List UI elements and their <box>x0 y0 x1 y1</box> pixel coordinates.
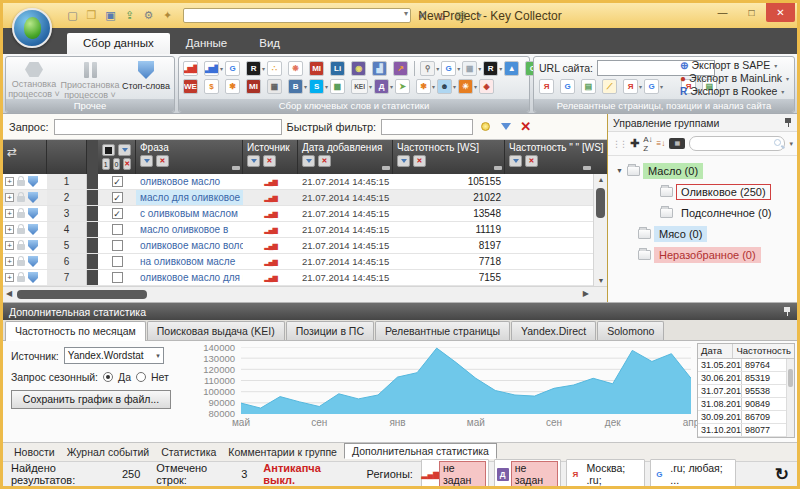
region-badge[interactable]: ▂▄▆ не задан <box>421 459 489 489</box>
service-icon[interactable]: Li ▾ <box>330 61 350 76</box>
date-clear-icon[interactable] <box>318 155 331 167</box>
service-icon[interactable]: ▦ ▾ <box>267 79 287 94</box>
service-icon[interactable]: ▤ ▾ <box>581 79 601 94</box>
phrase-cell[interactable]: оливковое масло волосы <box>136 238 243 253</box>
tree-item[interactable]: ▼ Неразобранное (0) <box>608 244 797 265</box>
service-icon[interactable]: MI ▾ <box>246 79 266 94</box>
service-icon[interactable]: ▦ ▾ <box>462 61 482 76</box>
column-pin-icon[interactable] <box>232 166 240 170</box>
service-icon[interactable]: G ▾ <box>225 61 245 76</box>
service-icon[interactable]: ↗ ▾ <box>393 61 413 76</box>
row-checkbox[interactable] <box>112 272 123 283</box>
scroll-down-icon[interactable]: ▼ <box>594 277 608 284</box>
service-icon[interactable]: ☀ ▾ <box>458 79 478 94</box>
service-icon[interactable]: MI ▾ <box>309 61 329 76</box>
table-row[interactable]: 3 с оливковым маслом 21.07.2014 14:45:15… <box>3 206 593 222</box>
stopword-shield-icon[interactable] <box>28 176 38 187</box>
expand-row-icon[interactable] <box>5 177 14 186</box>
header-phrase[interactable]: Фраза <box>136 140 243 174</box>
table-row[interactable]: 5 оливковое масло волосы 21.07.2014 14:4… <box>3 238 593 254</box>
service-icon[interactable]: R ▾ <box>483 61 503 76</box>
ribbon-big-button[interactable]: Приостановкапроцессов ˅ <box>62 57 118 99</box>
service-icon[interactable]: Я ▾ <box>539 79 559 94</box>
scroll-right-icon[interactable]: ▶ <box>583 289 589 298</box>
service-icon[interactable]: R ▾ <box>246 61 266 76</box>
stats-tab[interactable]: Релевантные страницы <box>375 321 510 340</box>
header-frequency-ws[interactable]: Частотность [WS] <box>393 140 505 174</box>
row-checkbox[interactable] <box>112 176 123 187</box>
phrase-cell[interactable]: оливковое масло <box>136 174 243 189</box>
wand-icon[interactable]: ✦ <box>160 8 175 23</box>
expand-row-icon[interactable] <box>5 257 14 266</box>
service-icon[interactable]: ▟ ▾ <box>372 61 392 76</box>
service-icon[interactable]: B ▾ <box>288 79 308 94</box>
ribbon-big-button[interactable]: Стоп-слова <box>118 57 174 99</box>
search-suggest-icon[interactable] <box>478 119 493 134</box>
service-icon[interactable]: ▾ <box>414 61 415 76</box>
region-badge[interactable]: Д не задан <box>494 459 562 489</box>
sort-color-icon[interactable]: ≡↓ <box>657 139 666 148</box>
save-chart-button[interactable]: Сохранить график в файл... <box>11 390 171 409</box>
panel-more-icon[interactable]: ▾ <box>789 140 793 148</box>
phrase-filter-icon[interactable] <box>140 155 153 167</box>
header-check-column[interactable] <box>98 140 136 174</box>
toolbar-options-icon[interactable]: ▾ <box>472 8 487 23</box>
table-header-frequency[interactable]: Частотность <box>733 344 794 358</box>
service-icon[interactable]: ⚲ ▾ <box>420 61 440 76</box>
tree-item[interactable]: ▼ Подсолнечное (0) <box>608 202 797 223</box>
stats-tab[interactable]: Частотность по месяцам <box>5 321 146 341</box>
tree-item-label[interactable]: Неразобранное (0) <box>654 247 761 263</box>
stats-pin-icon[interactable] <box>783 307 791 317</box>
ws2-filter-icon[interactable] <box>509 155 522 167</box>
open-project-icon[interactable]: ❒ <box>84 8 99 23</box>
captcha-icon[interactable]: ☺ <box>434 8 449 23</box>
stopword-shield-icon[interactable] <box>28 272 38 283</box>
service-icon[interactable]: ⟋ ▾ <box>602 79 622 94</box>
tree-expander-icon[interactable]: ▼ <box>616 167 624 174</box>
key-collector-logo-button[interactable] <box>12 8 52 48</box>
export-link[interactable]: ● Экспорт в MainLink ▾ <box>680 72 790 84</box>
table-scrollbar[interactable] <box>786 359 794 437</box>
service-icon[interactable]: KEI ▾ <box>351 79 373 94</box>
phrase-cell[interactable]: с оливковым маслом <box>136 206 243 221</box>
scroll-up-icon[interactable]: ▲ <box>594 176 608 183</box>
export-link[interactable]: ⊕ Экспорт в SAPE ▾ <box>680 59 790 71</box>
expand-row-icon[interactable] <box>5 273 14 282</box>
ribbon-tab[interactable]: Данные <box>170 33 244 54</box>
stopword-shield-icon[interactable] <box>28 256 38 267</box>
stopword-shield-icon[interactable] <box>28 192 38 203</box>
new-project-icon[interactable]: ▢ <box>65 8 80 23</box>
service-icon[interactable]: G ▾ <box>441 61 461 76</box>
ws-clear-icon[interactable] <box>413 155 426 167</box>
group-search-input[interactable] <box>689 136 785 151</box>
horizontal-scroll-thumb[interactable] <box>17 290 147 299</box>
stopword-shield-icon[interactable] <box>28 240 38 251</box>
select-all-icon[interactable] <box>102 144 115 156</box>
ws-filter-icon[interactable] <box>397 155 410 167</box>
column-pin-icon[interactable] <box>583 166 591 170</box>
table-scroll-thumb[interactable] <box>788 369 793 387</box>
header-tools-column[interactable] <box>3 140 47 174</box>
service-icon[interactable]: Я ▾ <box>623 79 643 94</box>
select-ones-icon[interactable] <box>102 158 110 170</box>
stats-tab[interactable]: Solomono <box>597 321 664 340</box>
source-filter-icon[interactable] <box>247 155 260 167</box>
table-row[interactable]: 1 оливковое масло 21.07.2014 14:45:15 10… <box>3 174 593 190</box>
expand-row-icon[interactable] <box>5 241 14 250</box>
service-icon[interactable]: ❋ ▾ <box>288 61 308 76</box>
header-source[interactable]: Источник <box>243 140 298 174</box>
service-icon[interactable]: ▲ ▾ <box>504 61 524 76</box>
check-clear-icon[interactable] <box>123 158 131 170</box>
seasonal-no-radio[interactable] <box>136 372 146 382</box>
phrase-cell[interactable]: масло для оливковое <box>136 190 243 205</box>
phrase-cell[interactable]: на оливковом масле <box>136 254 243 269</box>
row-checkbox[interactable] <box>112 240 123 251</box>
ribbon-big-button[interactable]: Остановкапроцессов ˅ <box>6 57 62 99</box>
seasonal-yes-radio[interactable] <box>103 372 113 382</box>
report-icon[interactable]: ▤ <box>453 8 468 23</box>
service-icon[interactable]: ◉ ▾ <box>351 61 371 76</box>
table-row[interactable]: 2 масло для оливковое 21.07.2014 14:45:1… <box>3 190 593 206</box>
select-zeros-icon[interactable] <box>113 158 121 170</box>
bottom-tab[interactable]: Новости <box>9 445 60 459</box>
row-checkbox[interactable] <box>112 192 123 203</box>
